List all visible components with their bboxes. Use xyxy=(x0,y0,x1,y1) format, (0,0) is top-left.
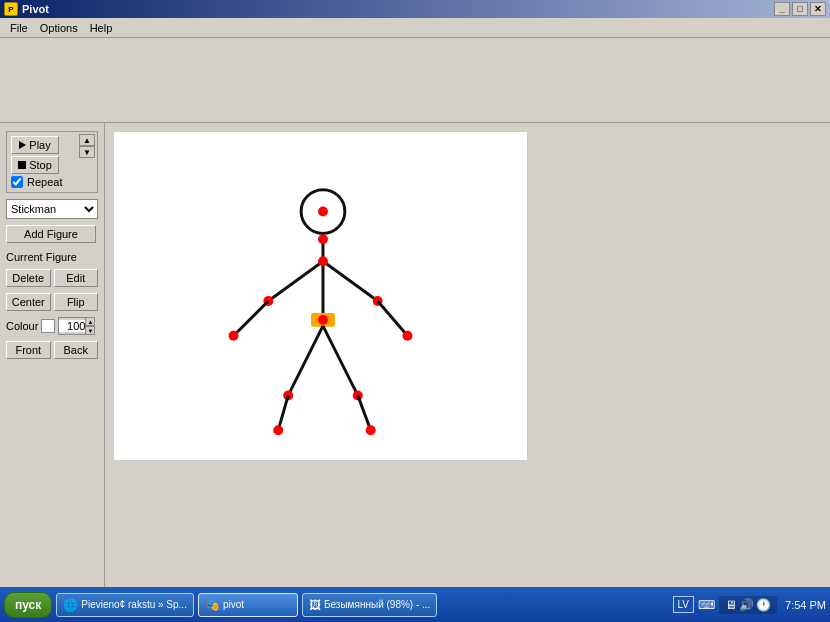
figure-dropdown[interactable]: Stickman xyxy=(6,199,98,219)
pivot-taskbar-icon: 🎭 xyxy=(205,598,220,612)
colour-swatch[interactable] xyxy=(41,319,55,333)
scroll-down-button[interactable]: ▼ xyxy=(79,146,95,158)
back-button[interactable]: Back xyxy=(54,341,99,359)
taskbar-item-browser[interactable]: 🌐 Pievieno¢ rakstu » Sp... xyxy=(56,593,194,617)
image-taskbar-icon: 🖼 xyxy=(309,598,321,612)
top-toolbar-area xyxy=(0,38,830,123)
taskbar-item-image[interactable]: 🖼 Безымянный (98%) - ... xyxy=(302,593,437,617)
menu-options[interactable]: Options xyxy=(34,20,84,36)
playback-group: Play Stop Repeat ▲ ▼ xyxy=(6,131,98,193)
play-button[interactable]: Play xyxy=(11,136,59,154)
edit-button[interactable]: Edit xyxy=(54,269,99,287)
title-bar-left: P Pivot xyxy=(4,2,49,16)
stop-icon xyxy=(18,161,26,169)
scroll-up-button[interactable]: ▲ xyxy=(79,134,95,146)
stick-figure-svg xyxy=(114,132,527,460)
repeat-label: Repeat xyxy=(27,176,62,188)
browser-taskbar-label: Pievieno¢ rakstu » Sp... xyxy=(81,599,187,610)
repeat-checkbox[interactable] xyxy=(11,176,23,188)
svg-point-1 xyxy=(318,207,328,217)
delete-edit-row: Delete Edit xyxy=(6,269,98,287)
svg-point-18 xyxy=(273,425,283,435)
taskbar-item-pivot[interactable]: 🎭 pivot xyxy=(198,593,298,617)
spin-arrows: ▲ ▼ xyxy=(85,317,95,335)
system-tray: 🖥 🔊 🕐 xyxy=(719,596,777,614)
delete-button[interactable]: Delete xyxy=(6,269,51,287)
keyboard-icon: ⌨ xyxy=(698,598,715,612)
animation-canvas[interactable] xyxy=(113,131,528,461)
svg-line-19 xyxy=(323,326,358,396)
stop-row: Stop xyxy=(11,156,93,174)
title-bar-buttons: _ □ ✕ xyxy=(774,2,826,16)
main-container: Play Stop Repeat ▲ ▼ xyxy=(0,123,830,622)
clock: 7:54 PM xyxy=(781,599,826,611)
svg-line-15 xyxy=(288,326,323,396)
svg-line-6 xyxy=(268,261,323,301)
svg-point-5 xyxy=(318,315,328,325)
taskbar-right: LV ⌨ 🖥 🔊 🕐 7:54 PM xyxy=(673,596,826,614)
svg-point-13 xyxy=(403,331,413,341)
spin-up[interactable]: ▲ xyxy=(85,317,95,326)
menu-file[interactable]: File xyxy=(4,20,34,36)
center-button[interactable]: Center xyxy=(6,293,51,311)
left-panel: Play Stop Repeat ▲ ▼ xyxy=(0,123,105,622)
stop-label: Stop xyxy=(29,159,52,171)
svg-line-17 xyxy=(278,395,288,430)
image-taskbar-label: Безымянный (98%) - ... xyxy=(324,599,430,610)
svg-point-3 xyxy=(318,234,328,244)
repeat-row: Repeat xyxy=(11,176,93,188)
close-button[interactable]: ✕ xyxy=(810,2,826,16)
language-indicator: LV xyxy=(673,596,695,613)
network-icon: 🖥 xyxy=(725,598,737,612)
pivot-taskbar-label: pivot xyxy=(223,599,244,610)
front-button[interactable]: Front xyxy=(6,341,51,359)
colour-value-input[interactable] xyxy=(59,320,85,332)
svg-line-12 xyxy=(378,301,408,336)
svg-line-8 xyxy=(234,301,269,336)
colour-row: Colour ▲ ▼ xyxy=(6,317,98,335)
current-figure-label: Current Figure xyxy=(6,251,98,263)
play-label: Play xyxy=(29,139,50,151)
taskbar: пуск 🌐 Pievieno¢ rakstu » Sp... 🎭 pivot … xyxy=(0,587,830,622)
spin-down[interactable]: ▼ xyxy=(85,326,95,335)
svg-point-22 xyxy=(366,425,376,435)
window-title: Pivot xyxy=(22,3,49,15)
clock-icon: 🕐 xyxy=(756,598,771,612)
browser-taskbar-icon: 🌐 xyxy=(63,598,78,612)
maximize-button[interactable]: □ xyxy=(792,2,808,16)
center-flip-row: Center Flip xyxy=(6,293,98,311)
play-icon xyxy=(19,141,26,149)
colour-spinbox: ▲ ▼ xyxy=(58,317,94,335)
svg-point-14 xyxy=(318,256,328,266)
menu-help[interactable]: Help xyxy=(84,20,119,36)
svg-line-21 xyxy=(358,395,371,430)
add-figure-button[interactable]: Add Figure xyxy=(6,225,96,243)
svg-line-10 xyxy=(323,261,378,301)
title-bar: P Pivot _ □ ✕ xyxy=(0,0,830,18)
figure-select-row: Stickman xyxy=(6,199,98,219)
start-button[interactable]: пуск xyxy=(4,592,52,618)
flip-button[interactable]: Flip xyxy=(54,293,99,311)
app-icon: P xyxy=(4,2,18,16)
minimize-button[interactable]: _ xyxy=(774,2,790,16)
svg-point-9 xyxy=(229,331,239,341)
colour-label: Colour xyxy=(6,320,38,332)
scroll-buttons: ▲ ▼ xyxy=(79,134,95,158)
stop-button[interactable]: Stop xyxy=(11,156,59,174)
volume-icon: 🔊 xyxy=(739,598,754,612)
canvas-area xyxy=(105,123,830,622)
front-back-row: Front Back xyxy=(6,341,98,359)
menu-bar: File Options Help xyxy=(0,18,830,38)
